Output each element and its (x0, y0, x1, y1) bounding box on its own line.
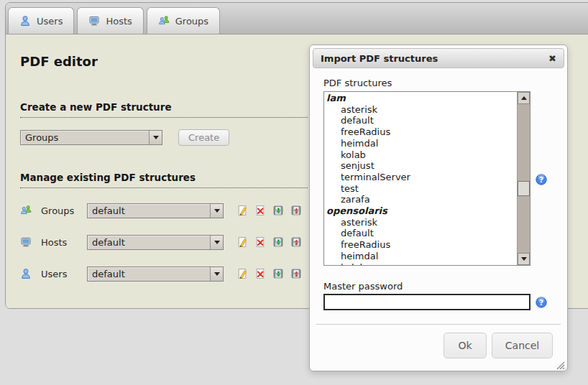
tab-bar: UsersHostsGroups (6, 3, 588, 34)
manage-row-users: Usersdefault (20, 266, 308, 281)
svg-text:?: ? (539, 298, 543, 307)
select-value: default (88, 205, 210, 216)
scrollbar-thumb[interactable] (518, 181, 530, 196)
pdf-structure-option[interactable]: asterisk (326, 104, 517, 116)
pdf-structure-option[interactable]: heimdal (326, 251, 517, 262)
close-icon[interactable]: ✖ (548, 54, 556, 63)
tab-hosts[interactable]: Hosts (77, 7, 143, 34)
edit-icon[interactable] (236, 268, 248, 279)
select-value: Groups (21, 132, 149, 143)
create-button[interactable]: Create (178, 129, 229, 146)
scrollbar-down-icon[interactable] (518, 253, 530, 265)
cancel-button[interactable]: Cancel (492, 333, 553, 358)
select-value: default (88, 237, 210, 248)
manage-structures-list: GroupsdefaultHostsdefaultUsersdefault (20, 203, 308, 298)
import-icon[interactable] (290, 205, 302, 216)
pdf-structure-option[interactable]: kolab (326, 149, 517, 161)
pdf-structure-option[interactable]: freeRadius (326, 126, 517, 138)
row-label: Users (41, 269, 87, 279)
import-icon[interactable] (290, 236, 302, 248)
pdf-structure-option[interactable]: test (326, 183, 517, 195)
master-password-input[interactable] (323, 294, 530, 310)
pdf-structure-option[interactable]: heimdal (326, 138, 517, 149)
pdf-structure-option[interactable]: default (326, 115, 517, 126)
chevron-down-icon[interactable] (149, 131, 162, 144)
ok-button[interactable]: Ok (444, 333, 487, 358)
manage-section-heading: Manage existing PDF structures (20, 172, 308, 188)
row-label: Hosts (41, 237, 87, 248)
tab-label: Users (37, 16, 63, 27)
edit-icon[interactable] (236, 205, 248, 216)
pdf-structure-group[interactable]: lam (326, 93, 517, 104)
user-icon (20, 268, 32, 279)
edit-icon[interactable] (236, 236, 248, 248)
help-icon[interactable]: ? (536, 297, 547, 308)
resize-handle-icon[interactable] (556, 359, 565, 368)
scrollbar-up-icon[interactable] (518, 92, 530, 104)
export-icon[interactable] (272, 236, 284, 248)
dialog-titlebar[interactable]: Import PDF structures ✖ (313, 48, 564, 68)
structure-select-users[interactable]: default (87, 266, 224, 282)
user-icon (19, 15, 31, 27)
dialog-title: Import PDF structures (321, 53, 438, 64)
host-icon (88, 15, 100, 27)
export-icon[interactable] (272, 268, 284, 279)
import-pdf-dialog: Import PDF structures ✖ PDF structures l… (309, 45, 568, 371)
create-section-heading: Create a new PDF structure (20, 101, 308, 118)
group-icon (20, 205, 32, 216)
svg-text:?: ? (539, 175, 543, 184)
manage-row-hosts: Hostsdefault (20, 235, 308, 249)
pdf-structures-label: PDF structures (323, 78, 392, 88)
import-icon[interactable] (290, 268, 302, 279)
tab-groups[interactable]: Groups (147, 7, 220, 34)
export-icon[interactable] (272, 205, 284, 216)
pdf-structure-option[interactable]: kolab (326, 262, 517, 265)
pdf-structure-option[interactable]: terminalServer (326, 172, 517, 183)
help-icon[interactable]: ? (536, 174, 547, 185)
chevron-down-icon[interactable] (210, 204, 223, 218)
pdf-structure-option[interactable]: zarafa (326, 194, 517, 205)
create-structure-row: Groups Create (20, 129, 229, 146)
row-label: Groups (41, 205, 87, 216)
delete-icon[interactable] (254, 205, 266, 216)
pdf-structure-option[interactable]: default (326, 228, 517, 239)
tab-label: Groups (175, 16, 208, 27)
chevron-down-icon[interactable] (210, 236, 223, 249)
pdf-structure-option[interactable]: asterisk (326, 217, 517, 228)
delete-icon[interactable] (254, 268, 266, 279)
structure-select-hosts[interactable]: default (87, 235, 224, 250)
pdf-structure-group[interactable]: opensolaris (326, 205, 517, 217)
page-title: PDF editor (20, 54, 98, 69)
delete-icon[interactable] (254, 236, 266, 248)
master-password-label: Master password (323, 281, 403, 292)
structure-type-select[interactable]: Groups (20, 130, 162, 145)
tab-label: Hosts (106, 16, 132, 27)
structure-select-groups[interactable]: default (87, 203, 224, 218)
tab-users[interactable]: Users (8, 7, 74, 34)
dialog-buttons: Ok Cancel (444, 333, 553, 358)
listbox-scrollbar[interactable] (517, 92, 530, 265)
pdf-structure-option[interactable]: senjust (326, 160, 517, 172)
pdf-structures-listbox[interactable]: lamasteriskdefaultfreeRadiusheimdalkolab… (323, 91, 530, 266)
pdf-structure-option[interactable]: freeRadius (326, 239, 517, 251)
manage-row-groups: Groupsdefault (20, 203, 308, 218)
chevron-down-icon[interactable] (210, 267, 223, 281)
pdf-structures-options: lamasteriskdefaultfreeRadiusheimdalkolab… (324, 92, 517, 265)
dialog-divider (316, 324, 561, 325)
group-icon (158, 15, 170, 27)
host-icon (20, 236, 32, 248)
select-value: default (88, 269, 210, 279)
